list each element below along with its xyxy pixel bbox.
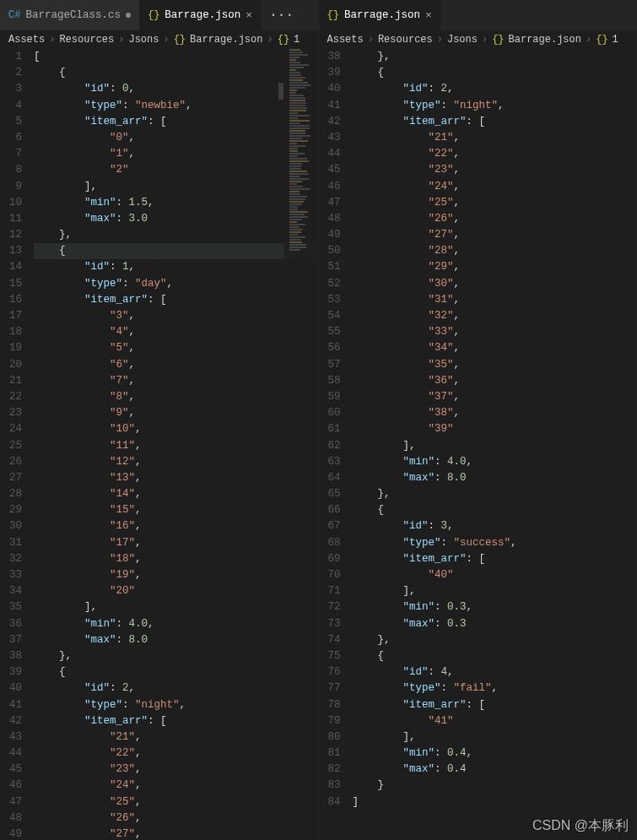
code-line[interactable]: "max": 0.4 <box>353 761 637 778</box>
code-line[interactable]: "25", <box>34 794 318 810</box>
code-line[interactable]: "40" <box>353 567 637 583</box>
code-line[interactable]: }, <box>34 227 318 243</box>
close-icon[interactable]: × <box>246 9 252 22</box>
breadcrumb-segment[interactable]: Barrage.json <box>190 34 262 46</box>
code-line[interactable]: { <box>34 664 318 680</box>
code-line[interactable]: { <box>353 502 637 518</box>
code-line[interactable]: "type": "fail", <box>353 680 637 696</box>
code-line[interactable]: ], <box>353 438 637 454</box>
code-line[interactable]: "20" <box>34 583 318 599</box>
code-line[interactable]: "1", <box>34 146 318 162</box>
code-line[interactable]: "13", <box>34 470 318 486</box>
code-line[interactable]: "37", <box>353 389 637 405</box>
code-line[interactable]: "10", <box>34 421 318 437</box>
code-line[interactable]: "30", <box>353 276 637 292</box>
code-line[interactable]: "32", <box>353 308 637 324</box>
code-line[interactable]: "31", <box>353 292 637 308</box>
left-editor[interactable]: 1234567891011121314151617181920212223242… <box>0 49 318 840</box>
close-icon[interactable]: × <box>425 9 432 22</box>
code-line[interactable]: "24", <box>34 778 318 794</box>
breadcrumb-segment[interactable]: Assets <box>8 34 45 46</box>
code-line[interactable]: "38", <box>353 405 637 421</box>
code-line[interactable]: "max": 8.0 <box>353 470 637 486</box>
tab-barrage-json[interactable]: {}Barrage.json× <box>139 0 261 30</box>
code-line[interactable]: "type": "night", <box>353 98 637 114</box>
code-line[interactable]: ] <box>353 794 637 810</box>
code-line[interactable]: "33", <box>353 324 637 340</box>
code-line[interactable]: "id": 2, <box>34 680 318 696</box>
code-line[interactable]: "27", <box>34 826 318 840</box>
right-code[interactable]: }, { "id": 2, "type": "night", "item_arr… <box>353 49 637 840</box>
code-line[interactable]: { <box>34 243 318 259</box>
code-line[interactable]: ], <box>34 179 318 195</box>
tab-barrage-json[interactable]: {}Barrage.json× <box>319 0 440 30</box>
code-line[interactable]: "9", <box>34 405 318 421</box>
code-line[interactable]: "6", <box>34 357 318 373</box>
code-line[interactable]: "2" <box>34 162 318 178</box>
code-line[interactable]: "29", <box>353 259 637 275</box>
left-minimap[interactable] <box>284 49 318 840</box>
code-line[interactable]: [ <box>34 49 318 65</box>
code-line[interactable]: "type": "day", <box>34 276 318 292</box>
left-code[interactable]: [ { "id": 0, "type": "newbie", "item_arr… <box>34 49 318 840</box>
code-line[interactable]: }, <box>353 49 637 65</box>
code-line[interactable]: "26", <box>353 211 637 227</box>
breadcrumb-segment[interactable]: Assets <box>327 34 364 46</box>
tab-overflow-button[interactable]: ··· <box>261 0 302 30</box>
code-line[interactable]: }, <box>353 632 637 648</box>
code-line[interactable]: "0", <box>34 130 318 146</box>
code-line[interactable]: "id": 0, <box>34 81 318 97</box>
minimap-drag-handle[interactable] <box>278 83 283 100</box>
code-line[interactable]: "23", <box>353 162 637 178</box>
code-line[interactable]: "max": 3.0 <box>34 211 318 227</box>
breadcrumb-segment[interactable]: Jsons <box>128 34 159 46</box>
code-line[interactable]: "type": "newbie", <box>34 98 318 114</box>
code-line[interactable]: "19", <box>34 567 318 583</box>
left-breadcrumbs[interactable]: Assets›Resources›Jsons›{}Barrage.json›{}… <box>0 30 318 49</box>
code-line[interactable]: "item_arr": [ <box>353 114 637 130</box>
code-line[interactable]: "22", <box>353 146 637 162</box>
breadcrumb-segment[interactable]: 1 <box>613 34 618 46</box>
code-line[interactable]: } <box>353 778 637 794</box>
code-line[interactable]: ], <box>34 599 318 615</box>
code-line[interactable]: "type": "night", <box>34 697 318 713</box>
code-line[interactable]: "25", <box>353 195 637 211</box>
code-line[interactable]: "item_arr": [ <box>34 292 318 308</box>
code-line[interactable]: "14", <box>34 486 318 502</box>
code-line[interactable]: ], <box>353 583 637 599</box>
breadcrumb-segment[interactable]: 1 <box>294 34 300 46</box>
breadcrumb-segment[interactable]: Jsons <box>447 34 478 46</box>
code-line[interactable]: "7", <box>34 373 318 389</box>
code-line[interactable]: "min": 1.5, <box>34 195 318 211</box>
code-line[interactable]: ], <box>353 729 637 745</box>
code-line[interactable]: "15", <box>34 502 318 518</box>
code-line[interactable]: "27", <box>353 227 637 243</box>
right-editor[interactable]: 3839404142434445464748495051525354555657… <box>319 49 637 840</box>
code-line[interactable]: "type": "success", <box>353 535 637 551</box>
code-line[interactable]: "18", <box>34 551 318 567</box>
code-line[interactable]: "26", <box>34 810 318 826</box>
code-line[interactable]: "id": 1, <box>34 259 318 275</box>
code-line[interactable]: "16", <box>34 518 318 534</box>
code-line[interactable]: "21", <box>353 130 637 146</box>
code-line[interactable]: "3", <box>34 308 318 324</box>
code-line[interactable]: "5", <box>34 340 318 356</box>
code-line[interactable]: "28", <box>353 243 637 259</box>
right-breadcrumbs[interactable]: Assets›Resources›Jsons›{}Barrage.json›{}… <box>319 30 637 49</box>
code-line[interactable]: "min": 0.4, <box>353 745 637 761</box>
code-line[interactable]: "36", <box>353 373 637 389</box>
code-line[interactable]: "max": 8.0 <box>34 632 318 648</box>
code-line[interactable]: "41" <box>353 713 637 729</box>
code-line[interactable]: "min": 4.0, <box>34 616 318 632</box>
code-line[interactable]: }, <box>353 486 637 502</box>
code-line[interactable]: "8", <box>34 389 318 405</box>
code-line[interactable]: "min": 4.0, <box>353 454 637 470</box>
tab-barrageclass-cs[interactable]: C#BarrageClass.cs <box>0 0 139 30</box>
code-line[interactable]: "4", <box>34 324 318 340</box>
code-line[interactable]: "item_arr": [ <box>353 697 637 713</box>
code-line[interactable]: "35", <box>353 357 637 373</box>
code-line[interactable]: "item_arr": [ <box>34 713 318 729</box>
breadcrumb-segment[interactable]: Barrage.json <box>509 34 581 46</box>
code-line[interactable]: }, <box>34 648 318 664</box>
code-line[interactable]: "17", <box>34 535 318 551</box>
